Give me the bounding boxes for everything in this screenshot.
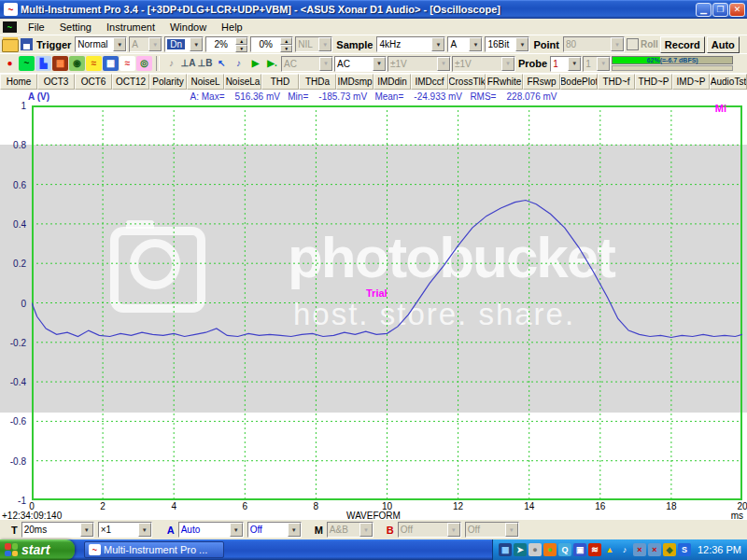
channel-a-range-combo[interactable]: Auto▼ [178,522,244,538]
tray-gray-dot-icon[interactable]: ● [529,543,542,556]
timebase-combo[interactable]: 20ms▼ [21,522,94,538]
tab-oct12[interactable]: OCT12 [112,74,149,90]
chevron-down-icon[interactable]: ▼ [431,37,444,51]
tab-home[interactable]: Home [0,74,37,90]
ground-b-icon[interactable]: ⊥B [197,56,213,71]
taskbar-app-button[interactable]: ~ Multi-Instrument Pro ... [84,541,224,558]
tab-noisela[interactable]: NoiseLa [224,74,261,90]
trigger-level-spinner[interactable]: 2% ▲▼ [205,36,248,52]
plot-area[interactable] [32,105,742,500]
record-icon[interactable]: ● [2,56,18,71]
chevron-down-icon: ▼ [318,37,331,51]
start-button[interactable]: start [0,539,75,560]
tab-crosstlk[interactable]: CrossTlk [448,74,486,90]
menu-item-help[interactable]: Help [214,21,250,34]
tray-shield-icon[interactable]: ◆ [663,543,676,556]
spectrum-analyzer-icon[interactable]: ▙ [35,56,51,71]
multimeter-icon[interactable]: ◉ [69,56,85,71]
coupling-b-combo[interactable]: AC▼ [334,56,387,72]
chevron-down-icon[interactable]: ▼ [190,37,203,51]
probe-calibration-icon[interactable]: ↖ [214,56,230,71]
trigger-delay-spinner[interactable]: 0% ▲▼ [250,36,293,52]
spectrum-3d-plot-icon[interactable]: ▦ [52,56,68,71]
chevron-down-icon[interactable]: ▼ [469,37,482,51]
oscilloscope-icon[interactable]: ~ [19,56,35,71]
tray-wireless-icon[interactable]: ≋ [588,543,601,556]
tray-quicktime-icon[interactable]: Q [558,543,571,556]
device-test-plan-icon[interactable]: ▦ [103,56,119,71]
menu-item-setting[interactable]: Setting [52,21,99,34]
ground-a-icon[interactable]: ⊥A [180,56,196,71]
restore-button[interactable]: ❐ [712,3,728,17]
tab-imddin[interactable]: IMDdin [374,74,411,90]
title-bar[interactable]: ~ Multi-Instrument Pro 3.4 - [+3DP+DLG+L… [0,0,747,19]
chevron-down-icon[interactable]: ▼ [80,523,93,537]
tab-thda[interactable]: THDa [299,74,336,90]
chevron-down-icon[interactable]: ▼ [113,37,126,51]
chevron-down-icon[interactable]: ▼ [568,57,581,71]
record-button[interactable]: Record [660,36,705,53]
tray-network-error-icon-2[interactable]: × [648,543,661,556]
trigger-edge-combo[interactable]: Dn▼ [164,36,204,52]
spin-down-icon[interactable]: ▼ [280,45,292,52]
chevron-down-icon[interactable]: ▼ [230,523,243,537]
tab-bodeplot[interactable]: BodePlot [560,74,598,90]
tray-arrow-icon[interactable]: ➤ [514,543,527,556]
signal-generator-icon[interactable]: ≈ [86,56,102,71]
spin-down-icon[interactable]: ▼ [235,45,247,52]
run-icon[interactable]: ▶ [247,56,263,71]
run-continuous-icon[interactable]: ▶. [264,56,280,71]
spin-up-icon[interactable]: ▲ [280,37,292,45]
tab-thdf[interactable]: THD~f [598,74,635,90]
chevron-down-icon[interactable]: ▼ [138,523,151,537]
chevron-down-icon[interactable]: ▼ [373,57,386,71]
tab-oct3[interactable]: OCT3 [37,74,75,90]
tab-polarity[interactable]: Polarity [149,74,187,90]
tray-orange-dot-icon[interactable]: ● [543,543,557,556]
sampling-channel-combo[interactable]: A▼ [447,36,483,52]
document-menu-icon[interactable]: ~ [3,21,17,33]
tray-network-error-icon[interactable]: × [633,543,646,556]
tab-oct6[interactable]: OCT6 [75,74,112,90]
window-title: Multi-Instrument Pro 3.4 - [+3DP+DLG+LCR… [21,4,695,15]
tab-imdccf[interactable]: IMDccf [411,74,448,90]
tab-imdsmp[interactable]: IMDsmp [336,74,374,90]
sampling-bits-combo[interactable]: 16Bit▼ [485,36,529,52]
tab-frswp[interactable]: FRswp [523,74,560,90]
menu-item-instrument[interactable]: Instrument [99,21,162,34]
tray-grid-icon[interactable]: ▦ [499,543,512,556]
auto-button[interactable]: Auto [707,36,740,53]
tray-messenger-icon[interactable]: S [678,543,691,556]
chevron-down-icon[interactable]: ▼ [288,523,301,537]
chevron-down-icon[interactable]: ▼ [515,37,529,51]
tab-noisel[interactable]: NoiseL [187,74,224,90]
probe-a-combo[interactable]: 1▼ [550,56,582,72]
mute-icon[interactable]: ♪ [163,56,179,71]
save-file-icon[interactable] [21,38,33,50]
tab-imdp[interactable]: IMD~P [672,74,710,90]
channel-a-function-combo[interactable]: Off▼ [247,522,302,538]
oscilloscope-chart: photobucket host. store. share. A (V) A:… [0,90,747,519]
tab-audiotst[interactable]: AudioTst [710,74,747,90]
main-toolbar: Trigger Normal▼ A▼ Dn▼ 2% ▲▼ 0% ▲▼ NIL▼ … [0,35,747,53]
sampling-rate-combo[interactable]: 4kHz▼ [376,36,445,52]
tab-thdp[interactable]: THD~P [635,74,672,90]
tray-warning-icon[interactable]: ▲ [603,543,616,556]
spin-up-icon[interactable]: ▲ [235,37,247,45]
taskbar-clock: 12:36 PM [698,544,741,555]
tray-blue-app-icon[interactable]: ▣ [573,543,586,556]
menu-item-window[interactable]: Window [162,21,214,34]
tray-volume-icon[interactable]: ♪ [618,543,631,556]
open-file-icon[interactable] [2,39,19,52]
menu-item-file[interactable]: File [21,21,52,34]
multiplier-combo[interactable]: ×1▼ [98,522,152,538]
ddp-viewer-icon[interactable]: ◎ [136,56,152,71]
trigger-mode-combo[interactable]: Normal▼ [75,36,127,52]
data-logger-icon[interactable]: ≈ [120,56,135,71]
close-button[interactable]: ✕ [729,3,745,17]
tab-frwhite[interactable]: FRwhite [486,74,523,90]
sound-output-icon[interactable]: ♪ [231,56,247,71]
chevron-down-icon: ▼ [501,57,514,71]
minimize-button[interactable]: ▁ [696,3,712,17]
tab-thd[interactable]: THD [261,74,299,90]
